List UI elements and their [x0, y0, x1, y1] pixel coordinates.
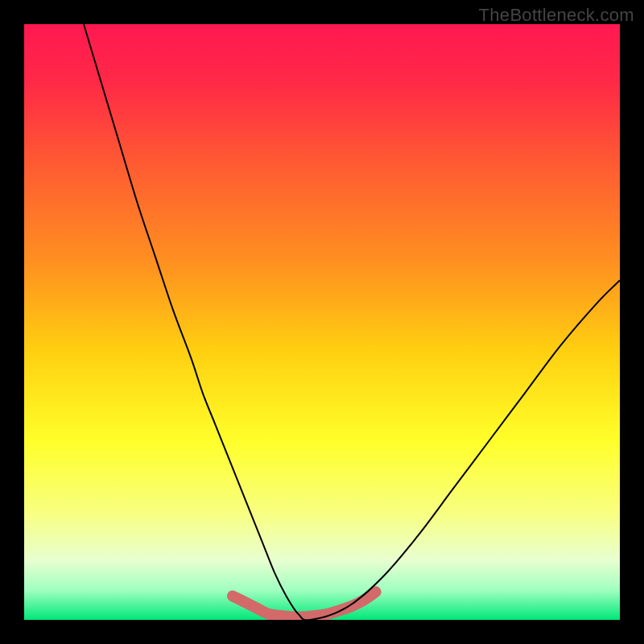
chart-plot-area [24, 24, 620, 620]
chart-curves-layer [24, 24, 620, 620]
trough-highlight-path [233, 592, 376, 617]
watermark-label: TheBottleneck.com [479, 5, 634, 26]
main-curve-path [84, 24, 620, 620]
